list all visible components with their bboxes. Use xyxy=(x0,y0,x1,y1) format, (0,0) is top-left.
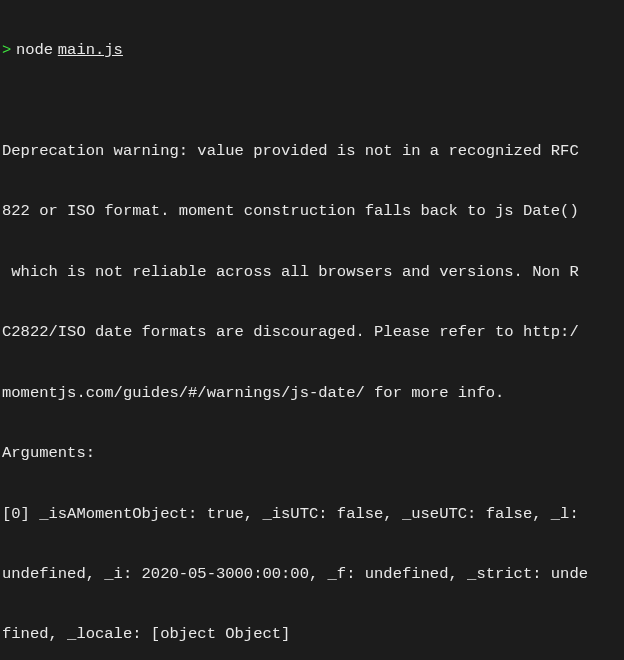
output-line: momentjs.com/guides/#/warnings/js-date/ … xyxy=(2,383,624,403)
output-line: fined, _locale: [object Object] xyxy=(2,624,624,644)
stdout: Deprecation warning: value provided is n… xyxy=(2,101,624,660)
output-line: which is not reliable across all browser… xyxy=(2,262,624,282)
command-name: node xyxy=(16,40,53,60)
output-line: C2822/ISO date formats are discouraged. … xyxy=(2,322,624,342)
command-argument: main.js xyxy=(58,40,123,60)
output-line: undefined, _i: 2020-05-3000:00:00, _f: u… xyxy=(2,564,624,584)
output-line: [0] _isAMomentObject: true, _isUTC: fals… xyxy=(2,504,624,524)
output-line: Deprecation warning: value provided is n… xyxy=(2,141,624,161)
terminal-output: > node main.js Deprecation warning: valu… xyxy=(2,0,624,660)
output-line: Arguments: xyxy=(2,443,624,463)
prompt-symbol: > xyxy=(2,40,11,60)
command-line[interactable]: > node main.js xyxy=(2,40,624,60)
output-line: 822 or ISO format. moment construction f… xyxy=(2,201,624,221)
